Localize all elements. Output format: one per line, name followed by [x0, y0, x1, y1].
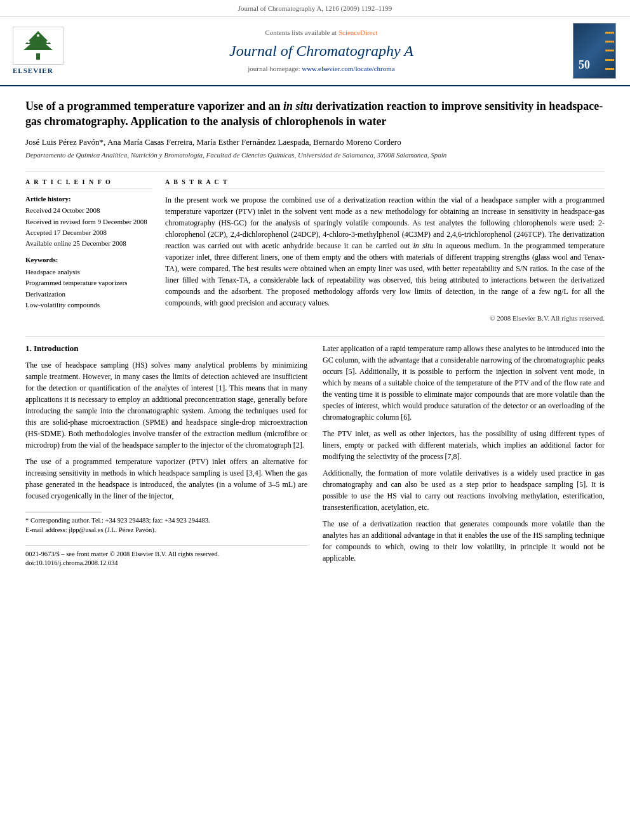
intro-para-1: The use of headspace sampling (HS) solve… — [25, 359, 307, 451]
keyword-2: Programmed temperature vaporizers — [25, 278, 152, 288]
cover-decoration — [604, 23, 615, 78]
intro-para-5: Additionally, the formation of more vola… — [323, 467, 605, 513]
keyword-3: Derivatization — [25, 290, 152, 299]
abstract-heading: A B S T R A C T — [165, 178, 605, 189]
svg-point-5 — [46, 41, 49, 43]
article-history: Article history: Received 24 October 200… — [25, 194, 152, 249]
keyword-1: Headspace analysis — [25, 267, 152, 277]
issn-line: 0021-9673/$ – see front matter © 2008 El… — [25, 550, 307, 559]
abstract-text: In the present work we propose the combi… — [165, 194, 605, 309]
journal-header: ELSEVIER Contents lists available at Sci… — [0, 17, 630, 86]
intro-para-3: Later application of a rapid temperature… — [323, 343, 605, 423]
abstract-column: A B S T R A C T In the present work we p… — [165, 178, 605, 323]
accepted-date: Accepted 17 December 2008 — [25, 228, 152, 237]
article-content: Use of a programmed temperature vaporize… — [0, 86, 630, 582]
svg-rect-1 — [36, 53, 40, 60]
article-info-heading: A R T I C L E I N F O — [25, 178, 152, 189]
keywords-label: Keywords: — [25, 255, 152, 265]
journal-cover-image: 50 — [573, 23, 617, 79]
journal-homepage: journal homepage: www.elsevier.com/locat… — [83, 64, 560, 74]
keyword-4: Low-volatility compounds — [25, 300, 152, 310]
cover-number: 50 — [579, 57, 590, 73]
introduction-heading: 1. Introduction — [25, 343, 307, 354]
divider-2 — [25, 336, 605, 337]
intro-para-4: The PTV inlet, as well as other injector… — [323, 428, 605, 462]
journal-citation: Journal of Chromatography A, 1216 (2009)… — [238, 4, 392, 12]
article-title: Use of a programmed temperature vaporize… — [25, 99, 605, 129]
affiliation-line: Departamento de Química Analítica, Nutri… — [25, 150, 605, 160]
footnote-corresponding: * Corresponding author. Tel.: +34 923 29… — [25, 516, 307, 526]
body-left-column: 1. Introduction The use of headspace sam… — [25, 343, 307, 569]
elsevier-logo-section: ELSEVIER — [13, 27, 70, 76]
available-date: Available online 25 December 2008 — [25, 239, 152, 248]
body-right-column: Later application of a rapid temperature… — [323, 343, 605, 569]
footnote-email: E-mail address: jlpp@usal.es (J.L. Pérez… — [25, 526, 307, 535]
journal-title-section: Contents lists available at ScienceDirec… — [83, 28, 560, 74]
bottom-info-section: 0021-9673/$ – see front matter © 2008 El… — [25, 545, 307, 568]
keywords-section: Keywords: Headspace analysis Programmed … — [25, 255, 152, 310]
revised-date: Received in revised form 9 December 2008 — [25, 217, 152, 227]
cover-thumbnail: 50 — [573, 23, 616, 79]
doi-line: doi:10.1016/j.chroma.2008.12.034 — [25, 559, 307, 568]
copyright-line: © 2008 Elsevier B.V. All rights reserved… — [165, 314, 605, 323]
divider-1 — [25, 171, 605, 171]
history-label: Article history: — [25, 194, 152, 204]
svg-point-6 — [37, 34, 39, 37]
footnote-divider — [25, 512, 102, 512]
top-citation-bar: Journal of Chromatography A, 1216 (2009)… — [0, 0, 630, 17]
intro-para-2: The use of a programmed temperature vapo… — [25, 456, 307, 502]
journal-main-title: Journal of Chromatography A — [83, 41, 560, 62]
contents-available-line: Contents lists available at ScienceDirec… — [83, 28, 560, 37]
body-section: 1. Introduction The use of headspace sam… — [25, 343, 605, 569]
received-date: Received 24 October 2008 — [25, 206, 152, 215]
elsevier-wordmark: ELSEVIER — [13, 66, 70, 76]
svg-point-4 — [27, 41, 30, 43]
intro-para-6: The use of a derivatization reaction tha… — [323, 518, 605, 564]
elsevier-logo-img — [13, 27, 64, 65]
journal-homepage-link[interactable]: www.elsevier.com/locate/chroma — [302, 65, 395, 72]
authors-line: José Luis Pérez Pavón*, Ana María Casas … — [25, 137, 605, 148]
sciencedirect-link[interactable]: ScienceDirect — [338, 29, 378, 36]
elsevier-logo-icon — [16, 28, 60, 63]
info-abstract-section: A R T I C L E I N F O Article history: R… — [25, 178, 605, 323]
article-info-column: A R T I C L E I N F O Article history: R… — [25, 178, 152, 323]
footnote-section: * Corresponding author. Tel.: +34 923 29… — [25, 516, 307, 535]
